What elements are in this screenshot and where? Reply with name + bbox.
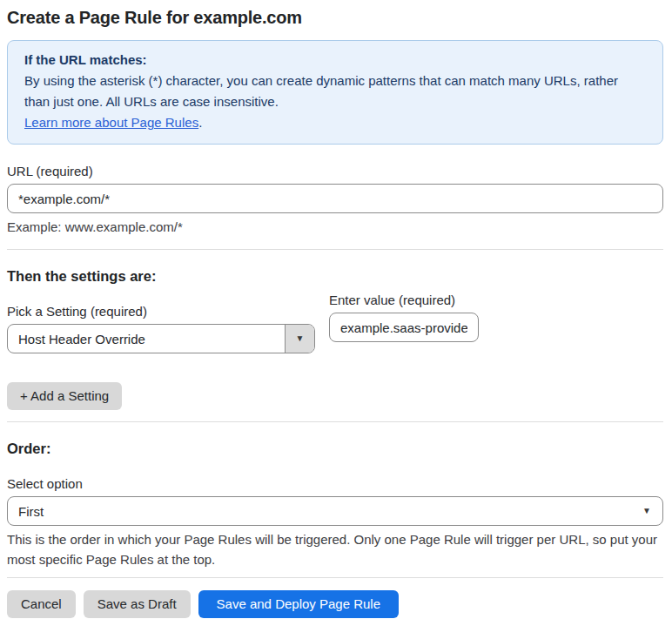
divider [7,577,663,578]
create-page-rule-form: Create a Page Rule for example.com If th… [0,0,672,618]
url-field-label: URL (required) [7,164,663,178]
setting-select-arrow-button[interactable]: ▼ [285,325,314,353]
url-input[interactable] [7,184,663,213]
enter-value-label: Enter value (required) [329,293,479,307]
chevron-down-icon: ▼ [642,507,651,515]
info-box-heading: If the URL matches: [24,50,646,71]
link-period: . [198,115,202,130]
cancel-button[interactable]: Cancel [7,590,76,618]
order-section-heading: Order: [7,441,663,457]
info-box-link-line: Learn more about Page Rules. [24,112,646,133]
divider [7,421,663,422]
order-select-label: Select option [7,476,663,491]
url-example-helper: Example: www.example.com/* [7,219,663,234]
setting-select[interactable]: Host Header Override ▼ [7,324,315,353]
pick-setting-column: Pick a Setting (required) Host Header Ov… [7,285,315,353]
save-deploy-button[interactable]: Save and Deploy Page Rule [198,590,399,618]
order-select-value: First [8,497,662,525]
divider [7,249,663,250]
order-helper-text: This is the order in which your Page Rul… [7,529,663,569]
setting-value-input[interactable] [329,313,479,342]
add-setting-button[interactable]: + Add a Setting [7,382,122,410]
footer-actions: Cancel Save as Draft Save and Deploy Pag… [7,590,663,618]
chevron-down-icon: ▼ [296,334,305,343]
order-select[interactable]: First ▼ [7,496,663,526]
save-draft-button[interactable]: Save as Draft [84,590,191,618]
url-matches-info-box: If the URL matches: By using the asteris… [7,40,663,145]
setting-row: Pick a Setting (required) Host Header Ov… [7,285,663,353]
enter-value-column: Enter value (required) [329,293,479,342]
page-title: Create a Page Rule for example.com [7,8,663,28]
info-box-body: By using the asterisk (*) character, you… [24,71,646,112]
pick-setting-label: Pick a Setting (required) [7,304,315,319]
settings-section-heading: Then the settings are: [7,268,663,285]
learn-more-link[interactable]: Learn more about Page Rules [24,115,198,130]
setting-select-value: Host Header Override [8,325,285,353]
